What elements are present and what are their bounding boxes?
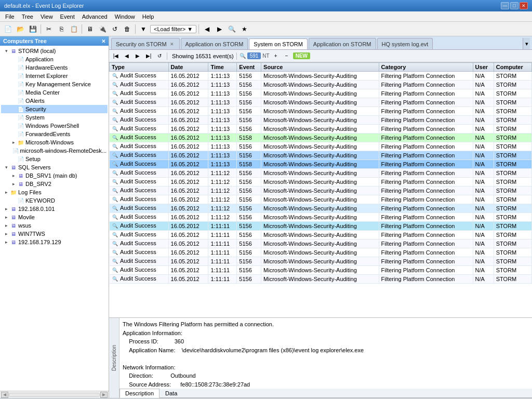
table-row[interactable]: 🔍 Audit Success16.05.20121:11:115156Micr… <box>110 266 532 275</box>
menu-item-view[interactable]: View <box>37 13 56 20</box>
toolbar-cut-btn[interactable]: ✂ <box>43 23 55 35</box>
toolbar-prev-btn[interactable]: ◀ <box>201 23 212 35</box>
tree-toggle-dbsrv2[interactable]: ▸ <box>10 181 17 187</box>
col-header-type[interactable]: Type <box>110 63 169 72</box>
sidebar-scrollbar-h[interactable]: ◀ ▶ <box>0 391 109 398</box>
sidebar-item-hardwareevents[interactable]: 📄HardwareEvents <box>1 63 108 72</box>
table-row[interactable]: 🔍 Audit Success16.05.20121:11:115156Micr… <box>110 248 532 257</box>
menu-item-window[interactable]: Window <box>112 13 138 20</box>
tab-close-security-storm[interactable]: ✕ <box>169 41 175 47</box>
sidebar-item-forwardedevents[interactable]: 📄ForwardedEvents <box>1 130 108 138</box>
col-header-computer[interactable]: Computer <box>494 63 531 72</box>
toolbar-bookmark-btn[interactable]: ★ <box>238 23 250 35</box>
menu-item-help[interactable]: Help <box>139 13 157 20</box>
sidebar-item-mediacenter[interactable]: 📄Media Center <box>1 88 108 97</box>
table-row[interactable]: 🔍 Audit Success16.05.20121:11:135156Micr… <box>110 81 532 89</box>
scroll-track[interactable] <box>9 393 100 397</box>
tree-toggle-iexplorer[interactable] <box>10 73 17 79</box>
tree-toggle-winpowershell[interactable] <box>10 123 17 129</box>
tree-toggle-ip2[interactable]: ▸ <box>3 239 9 245</box>
log-prev-btn[interactable]: ◀ <box>122 51 131 61</box>
menu-item-tree[interactable]: Tree <box>19 13 36 20</box>
log-first-btn[interactable]: |◀ <box>111 51 121 61</box>
table-row[interactable]: 🔍 Audit Success16.05.20121:11:135156Micr… <box>110 89 532 98</box>
table-row[interactable]: 🔍 Audit Success16.05.20121:11:125156Micr… <box>110 195 532 204</box>
toolbar-connect-btn[interactable]: 🖥 <box>84 23 96 35</box>
sidebar-item-dbsrv1[interactable]: ▸🖥DB_SRV1 (main db) <box>1 171 108 180</box>
table-row[interactable]: 🔍 Audit Success16.05.20121:11:135158Micr… <box>110 134 532 142</box>
tree-toggle-mswindows[interactable]: ▸ <box>10 139 17 145</box>
col-header-user[interactable]: User <box>473 63 494 72</box>
table-row[interactable]: 🔍 Audit Success16.05.20121:11:115156Micr… <box>110 257 532 266</box>
tab-application-storm2[interactable]: Application on STORM <box>309 38 376 49</box>
close-button[interactable]: ✕ <box>520 2 528 9</box>
table-container[interactable]: TypeDateTimeEventSourceCategoryUserCompu… <box>109 62 532 317</box>
toolbar-paste-btn[interactable]: 📋 <box>68 23 79 35</box>
sidebar-item-movile[interactable]: ▸🖥Movile <box>1 213 108 221</box>
tree-toggle-storm[interactable]: ▾ <box>3 48 9 54</box>
table-row[interactable]: 🔍 Audit Success16.05.20121:11:115156Micr… <box>110 275 532 284</box>
log-next-btn[interactable]: ▶ <box>133 51 142 61</box>
tab-hq-system[interactable]: HQ system log.evt <box>377 38 433 49</box>
tree-toggle-ip1[interactable]: ▸ <box>3 206 9 212</box>
tab-system-storm[interactable]: System on STORM <box>249 38 308 50</box>
table-row[interactable]: 🔍 Audit Success16.05.20121:11:125156Micr… <box>110 213 532 222</box>
desc-content[interactable]: The Windows Filtering Platform has permi… <box>119 318 532 389</box>
tree-toggle-wsus[interactable]: ▸ <box>3 222 9 229</box>
tree-toggle-application[interactable] <box>10 56 17 62</box>
sidebar-item-system[interactable]: 📄System <box>1 113 108 122</box>
log-last-btn[interactable]: ▶| <box>144 51 153 61</box>
toolbar-disconnect-btn[interactable]: 🔌 <box>97 23 108 35</box>
toolbar-filter-icon[interactable]: ▼ <box>138 23 149 35</box>
sidebar-item-setup[interactable]: 📄Setup <box>1 155 108 163</box>
scroll-right-btn[interactable]: ▶ <box>100 392 108 398</box>
tree-toggle-dbsrv1[interactable]: ▸ <box>10 172 17 179</box>
table-row[interactable]: 🔍 Audit Success16.05.20121:11:135156Micr… <box>110 116 532 125</box>
toolbar-refresh-btn[interactable]: ↺ <box>109 23 121 35</box>
tab-application-storm[interactable]: Application on STORM <box>181 38 248 49</box>
sidebar-item-ip2[interactable]: ▸🖥192.168.179.129 <box>1 238 108 246</box>
sidebar-item-keyword[interactable]: 📄KEYWORD <box>1 196 108 205</box>
tree-toggle-mswinremote[interactable] <box>8 148 12 154</box>
tree-toggle-security[interactable] <box>10 106 17 112</box>
maximize-button[interactable]: □ <box>510 2 518 9</box>
table-row[interactable]: 🔍 Audit Success16.05.20121:11:125156Micr… <box>110 169 532 178</box>
log-minus-btn[interactable]: − <box>282 51 291 61</box>
sidebar-close-icon[interactable]: ✕ <box>101 38 105 44</box>
sidebar-item-ip1[interactable]: ▸🖥192.168.0.101 <box>1 205 108 213</box>
sidebar-item-winpowershell[interactable]: 📄Windows PowerShell <box>1 122 108 130</box>
desc-tab-data[interactable]: Data <box>159 389 183 397</box>
sidebar-item-storm[interactable]: ▾🖥STORM (local) <box>1 47 108 55</box>
tree-toggle-oalerts[interactable] <box>10 98 17 104</box>
sidebar-item-keymgmt[interactable]: 📄Key Management Service <box>1 80 108 88</box>
toolbar-save-btn[interactable]: 💾 <box>27 23 38 35</box>
tree-toggle-win7tws[interactable]: ▸ <box>3 231 9 237</box>
scroll-left-btn[interactable]: ◀ <box>1 392 8 398</box>
tab-dropdown-btn[interactable]: ▾ <box>523 38 530 49</box>
menu-item-event[interactable]: Event <box>57 13 78 20</box>
col-header-time[interactable]: Time <box>208 63 237 72</box>
col-header-source[interactable]: Source <box>261 63 379 72</box>
tree-toggle-sqlservers[interactable]: ▾ <box>3 164 9 170</box>
toolbar-clear-btn[interactable]: 🗑 <box>122 23 133 35</box>
table-row[interactable]: 🔍 Audit Success16.05.20121:11:115156Micr… <box>110 222 532 231</box>
col-header-date[interactable]: Date <box>168 63 208 72</box>
sidebar-item-mswinremote[interactable]: 📄microsoft-windows-RemoteDesk... <box>1 147 108 155</box>
table-row[interactable]: 🔍 Audit Success16.05.20121:11:115156Micr… <box>110 240 532 248</box>
menu-item-file[interactable]: File <box>2 13 18 20</box>
col-header-category[interactable]: Category <box>379 63 473 72</box>
menu-item-advanced[interactable]: Advanced <box>79 13 111 20</box>
table-row[interactable]: 🔍 Audit Success16.05.20121:11:135156Micr… <box>110 98 532 107</box>
tree-toggle-movile[interactable]: ▸ <box>3 214 9 220</box>
tree-toggle-system[interactable] <box>10 114 17 121</box>
sidebar-item-logfiles[interactable]: ▸📁Log Files <box>1 188 108 196</box>
table-row[interactable]: 🔍 Audit Success16.05.20121:11:135156Micr… <box>110 151 532 160</box>
sidebar-item-wsus[interactable]: ▸🖥wsus <box>1 221 108 230</box>
toolbar-open-btn[interactable]: 📂 <box>15 23 26 35</box>
tree-toggle-forwardedevents[interactable] <box>10 131 17 137</box>
sidebar-item-oalerts[interactable]: 📄OAlerts <box>1 97 108 105</box>
log-reload-btn[interactable]: ↺ <box>155 51 164 61</box>
table-row[interactable]: 🔍 Audit Success16.05.20121:11:135158Micr… <box>110 160 532 169</box>
load-filter-btn[interactable]: <Load filter> ▼ <box>150 25 196 33</box>
table-row[interactable]: 🔍 Audit Success16.05.20121:11:125156Micr… <box>110 187 532 195</box>
